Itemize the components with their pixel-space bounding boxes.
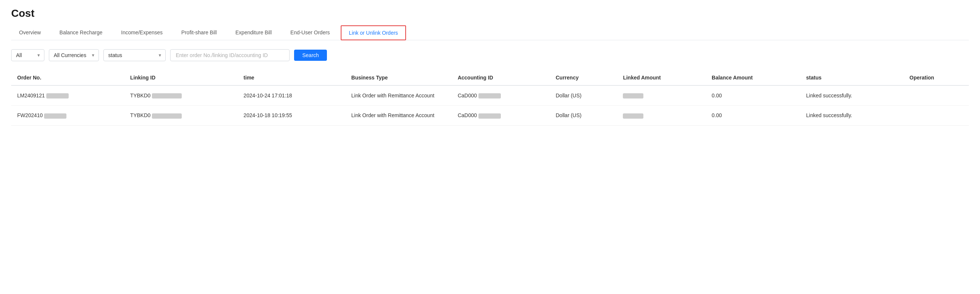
col-header-business-type: Business Type: [345, 70, 452, 86]
nav-tab-income-expenses[interactable]: Income/Expenses: [113, 25, 170, 40]
nav-tab-profit-share-bill[interactable]: Profit-share Bill: [173, 25, 225, 40]
type-select[interactable]: All Type 1 Type 2: [11, 49, 45, 61]
cell-status: Linked successfully.: [800, 106, 904, 126]
cell-status: Linked successfully.: [800, 86, 904, 106]
nav-tab-link-unlink-orders[interactable]: Link or Unlink Orders: [341, 25, 406, 40]
cell-currency: Dollar (US): [550, 106, 617, 126]
cell-order-no: LM2409121: [11, 86, 124, 106]
cell-currency: Dollar (US): [550, 86, 617, 106]
table-header: Order No.Linking IDtimeBusiness TypeAcco…: [11, 70, 969, 86]
nav-tab-expenditure-bill[interactable]: Expenditure Bill: [228, 25, 280, 40]
cell-operation: [904, 106, 969, 126]
page-title: Cost: [11, 8, 969, 19]
col-header-status: status: [800, 70, 904, 86]
nav-tabs: OverviewBalance RechargeIncome/ExpensesP…: [11, 25, 969, 40]
col-header-linking-id: Linking ID: [124, 70, 238, 86]
currency-select-wrapper: All Currencies USD EUR ▼: [49, 49, 99, 61]
nav-tab-balance-recharge[interactable]: Balance Recharge: [51, 25, 110, 40]
cell-business-type: Link Order with Remittance Account: [345, 86, 452, 106]
table-body: LM2409121TYBKD02024-10-24 17:01:18Link O…: [11, 86, 969, 126]
orders-table: Order No.Linking IDtimeBusiness TypeAcco…: [11, 70, 969, 126]
cell-time: 2024-10-24 17:01:18: [238, 86, 345, 106]
col-header-accounting-id: Accounting ID: [452, 70, 550, 86]
cell-accounting-id: CaD000: [452, 106, 550, 126]
cell-accounting-id: CaD000: [452, 86, 550, 106]
table-container: Order No.Linking IDtimeBusiness TypeAcco…: [11, 70, 969, 126]
nav-tab-overview[interactable]: Overview: [11, 25, 49, 40]
table-row: FW202410TYBKD02024-10-18 10:19:55Link Or…: [11, 106, 969, 126]
filters-row: All Type 1 Type 2 ▼ All Currencies USD E…: [11, 49, 969, 61]
search-input[interactable]: [170, 49, 290, 61]
col-header-operation: Operation: [904, 70, 969, 86]
col-header-balance-amount: Balance Amount: [706, 70, 800, 86]
col-header-time: time: [238, 70, 345, 86]
nav-tab-end-user-orders[interactable]: End-User Orders: [283, 25, 338, 40]
header-row: Order No.Linking IDtimeBusiness TypeAcco…: [11, 70, 969, 86]
cell-business-type: Link Order with Remittance Account: [345, 106, 452, 126]
cell-order-no: FW202410: [11, 106, 124, 126]
cell-linking-id: TYBKD0: [124, 86, 238, 106]
cell-balance-amount: 0.00: [706, 86, 800, 106]
cell-linked-amount: [617, 86, 706, 106]
type-select-wrapper: All Type 1 Type 2 ▼: [11, 49, 45, 61]
table-row: LM2409121TYBKD02024-10-24 17:01:18Link O…: [11, 86, 969, 106]
cell-linking-id: TYBKD0: [124, 106, 238, 126]
currency-select[interactable]: All Currencies USD EUR: [49, 49, 99, 61]
cell-linked-amount: [617, 106, 706, 126]
col-header-linked-amount: Linked Amount: [617, 70, 706, 86]
cell-operation: [904, 86, 969, 106]
col-header-currency: Currency: [550, 70, 617, 86]
search-button[interactable]: Search: [294, 49, 327, 61]
status-select-wrapper: status Linked successfully Pending ▼: [103, 49, 166, 61]
col-header-order-no: Order No.: [11, 70, 124, 86]
cell-balance-amount: 0.00: [706, 106, 800, 126]
page-container: Cost OverviewBalance RechargeIncome/Expe…: [0, 0, 980, 133]
cell-time: 2024-10-18 10:19:55: [238, 106, 345, 126]
status-select[interactable]: status Linked successfully Pending: [103, 49, 166, 61]
